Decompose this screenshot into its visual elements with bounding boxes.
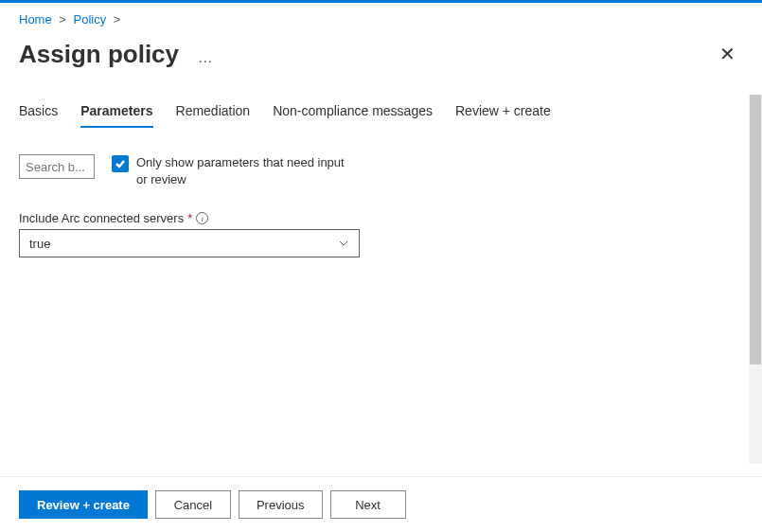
breadcrumb-home[interactable]: Home	[19, 12, 52, 27]
only-show-checkbox[interactable]	[112, 155, 129, 172]
tab-parameters[interactable]: Parameters	[80, 103, 152, 128]
next-button[interactable]: Next	[330, 490, 406, 519]
parameter-label-row: Include Arc connected servers * i	[19, 211, 743, 225]
scrollbar-track[interactable]	[749, 95, 762, 464]
breadcrumb-separator: >	[114, 12, 121, 27]
page-title: Assign policy	[19, 40, 179, 69]
search-input[interactable]	[19, 154, 95, 179]
breadcrumb: Home > Policy >	[0, 3, 762, 31]
parameter-label: Include Arc connected servers	[19, 211, 184, 225]
more-actions-button[interactable]: …	[198, 49, 215, 65]
tab-review-create[interactable]: Review + create	[455, 103, 551, 128]
dropdown-value: true	[29, 237, 50, 251]
previous-button[interactable]: Previous	[239, 490, 323, 519]
breadcrumb-policy[interactable]: Policy	[74, 12, 107, 27]
footer-action-bar: Review + create Cancel Previous Next	[0, 476, 762, 532]
review-create-button[interactable]: Review + create	[19, 490, 148, 519]
tab-basics[interactable]: Basics	[19, 103, 58, 128]
filter-row: Only show parameters that need input or …	[19, 154, 743, 188]
content-area: Basics Parameters Remediation Non-compli…	[0, 84, 762, 473]
close-icon: ✕	[719, 44, 735, 64]
parameter-field: Include Arc connected servers * i true	[19, 211, 743, 257]
cancel-button[interactable]: Cancel	[155, 490, 231, 519]
tab-noncompliance-messages[interactable]: Non-compliance messages	[273, 103, 433, 128]
tab-bar: Basics Parameters Remediation Non-compli…	[19, 103, 743, 128]
only-show-checkbox-wrap: Only show parameters that need input or …	[112, 154, 358, 188]
page-header: Assign policy … ✕	[0, 31, 762, 84]
chevron-down-icon	[338, 238, 349, 249]
checkmark-icon	[115, 158, 126, 169]
close-button[interactable]: ✕	[712, 39, 743, 69]
tab-remediation[interactable]: Remediation	[176, 103, 251, 128]
info-icon[interactable]: i	[196, 212, 208, 224]
required-indicator: *	[187, 211, 192, 225]
only-show-checkbox-label: Only show parameters that need input or …	[136, 154, 358, 188]
scrollbar-thumb[interactable]	[750, 95, 761, 364]
include-arc-dropdown[interactable]: true	[19, 229, 360, 257]
breadcrumb-separator: >	[59, 12, 66, 27]
